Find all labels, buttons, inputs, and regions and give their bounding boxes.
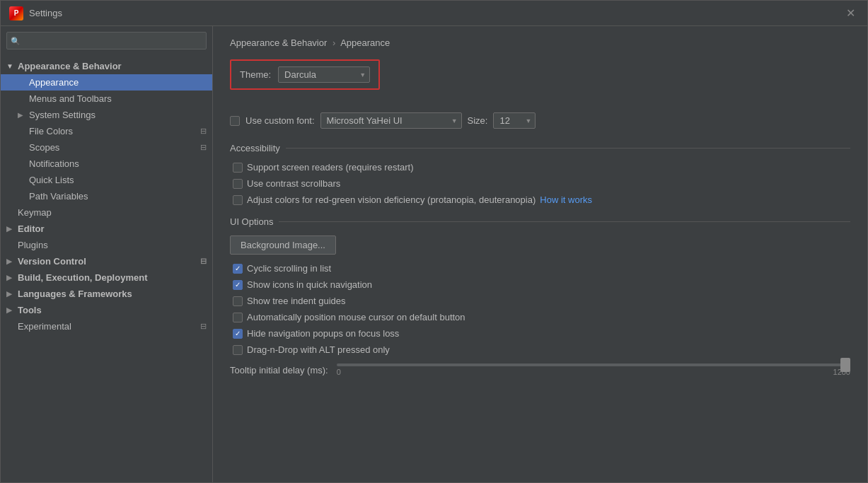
sidebar-item-label: Appearance & Behavior: [18, 61, 122, 71]
tooltip-delay-row: Tooltip initial delay (ms): 0 1200: [230, 363, 850, 376]
tree-indent-label: Show tree indent guides: [247, 296, 345, 306]
custom-font-checkbox[interactable]: [230, 116, 240, 126]
how-it-works-link[interactable]: How it works: [540, 194, 592, 205]
slider-max: 1200: [833, 368, 850, 376]
sidebar-item-label: Scopes: [29, 142, 59, 153]
sidebar-item-label: Appearance: [29, 77, 79, 88]
auto-mouse-checkbox[interactable]: [233, 313, 243, 322]
search-icon: 🔍: [11, 36, 21, 45]
window-title: Settings: [29, 8, 62, 18]
show-icons-row: Show icons in quick navigation: [230, 279, 850, 290]
search-input[interactable]: [6, 32, 207, 50]
font-select-wrap: Microsoft YaHei UI Arial Segoe UI: [320, 112, 462, 129]
contrast-scrollbars-row: Use contrast scrollbars: [230, 178, 850, 189]
sidebar-item-scopes[interactable]: Scopes ⊟: [1, 139, 212, 156]
nav-tree: ▼ Appearance & Behavior Appearance Menus…: [1, 55, 212, 482]
scopes-badge: ⊟: [200, 143, 207, 152]
sidebar-item-version-control[interactable]: ▶ Version Control ⊟: [1, 253, 212, 269]
sidebar-item-plugins[interactable]: Plugins: [1, 237, 212, 253]
sidebar-item-file-colors[interactable]: File Colors ⊟: [1, 123, 212, 139]
sidebar-item-label: Build, Execution, Deployment: [18, 272, 147, 283]
breadcrumb-parent: Appearance & Behavior: [230, 37, 327, 48]
content-area: 🔍 ▼ Appearance & Behavior Appearance Me: [1, 26, 867, 482]
slider-min: 0: [337, 368, 341, 376]
tree-indent-checkbox[interactable]: [233, 296, 243, 306]
drag-drop-row: Drag-n-Drop with ALT pressed only: [230, 344, 850, 355]
arrow-icon: ▶: [6, 290, 18, 298]
color-vision-checkbox[interactable]: [233, 195, 243, 205]
size-select[interactable]: 12 10 11 13 14: [493, 112, 536, 129]
sidebar-item-label: System Settings: [29, 110, 96, 120]
sidebar-item-label: Keymap: [18, 207, 52, 218]
screen-readers-row: Support screen readers (requires restart…: [230, 162, 850, 173]
search-box: 🔍: [6, 32, 207, 50]
file-colors-badge: ⊟: [200, 127, 207, 136]
sidebar-item-appearance[interactable]: Appearance: [1, 74, 212, 91]
size-label: Size:: [468, 115, 488, 126]
sidebar-item-system-settings[interactable]: ▶ System Settings: [1, 107, 212, 123]
experimental-badge: ⊟: [200, 322, 207, 331]
breadcrumb-current: Appearance: [340, 37, 390, 48]
close-button[interactable]: ✕: [842, 5, 859, 22]
accessibility-section-header: Accessibility: [230, 143, 850, 153]
slider-container: 0 1200: [337, 363, 850, 376]
arrow-icon: ▶: [6, 306, 18, 314]
section-divider-ui: [279, 221, 850, 222]
arrow-icon: ▶: [6, 274, 18, 281]
sidebar-item-label: Languages & Frameworks: [18, 289, 132, 299]
screen-readers-checkbox[interactable]: [233, 163, 243, 173]
arrow-icon: ▶: [6, 225, 18, 233]
sidebar-item-appearance-behavior[interactable]: ▼ Appearance & Behavior: [1, 58, 212, 74]
sidebar-item-editor[interactable]: ▶ Editor: [1, 221, 212, 237]
ui-options-label: UI Options: [230, 216, 273, 227]
sidebar-item-label: Notifications: [29, 158, 79, 169]
cyclic-scrolling-row: Cyclic scrolling in list: [230, 263, 850, 274]
cyclic-scrolling-checkbox[interactable]: [233, 264, 243, 274]
tree-indent-row: Show tree indent guides: [230, 296, 850, 306]
breadcrumb: Appearance & Behavior › Appearance: [230, 37, 850, 48]
font-row: Use custom font: Microsoft YaHei UI Aria…: [230, 112, 850, 129]
sidebar-item-menus-toolbars[interactable]: Menus and Toolbars: [1, 91, 212, 107]
sidebar-item-notifications[interactable]: Notifications: [1, 156, 212, 172]
ui-options-section-header: UI Options: [230, 216, 850, 227]
sidebar-item-label: Tools: [18, 305, 42, 315]
sidebar-item-build-execution[interactable]: ▶ Build, Execution, Deployment: [1, 269, 212, 286]
font-select[interactable]: Microsoft YaHei UI Arial Segoe UI: [320, 112, 462, 129]
sidebar-item-quick-lists[interactable]: Quick Lists: [1, 172, 212, 188]
custom-font-label: Use custom font:: [245, 115, 315, 126]
sidebar-item-path-variables[interactable]: Path Variables: [1, 188, 212, 204]
titlebar: P Settings ✕: [1, 1, 867, 26]
arrow-icon: ▼: [6, 62, 18, 70]
sidebar-item-label: File Colors: [29, 126, 73, 136]
contrast-scrollbars-checkbox[interactable]: [233, 179, 243, 189]
sidebar-item-tools[interactable]: ▶ Tools: [1, 302, 212, 318]
sidebar-item-experimental[interactable]: Experimental ⊟: [1, 318, 212, 334]
settings-window: P Settings ✕ 🔍 ▼ Appearance & Behavior A…: [0, 0, 868, 483]
auto-mouse-label: Automatically position mouse cursor on d…: [247, 312, 465, 322]
background-image-button[interactable]: Background Image...: [230, 235, 336, 255]
sidebar-item-label: Version Control: [18, 256, 86, 267]
tooltip-delay-slider[interactable]: [337, 363, 850, 366]
hide-nav-row: Hide navigation popups on focus loss: [230, 328, 850, 339]
theme-label: Theme:: [240, 69, 271, 80]
sidebar-item-label: Quick Lists: [29, 175, 74, 185]
sidebar-item-label: Editor: [18, 223, 45, 234]
sidebar-item-languages-frameworks[interactable]: ▶ Languages & Frameworks: [1, 286, 212, 302]
show-icons-checkbox[interactable]: [233, 280, 243, 290]
sidebar-item-label: Experimental: [18, 321, 71, 332]
vc-badge: ⊟: [200, 257, 207, 266]
contrast-scrollbars-label: Use contrast scrollbars: [247, 178, 340, 189]
sidebar-item-label: Menus and Toolbars: [29, 93, 112, 104]
theme-select[interactable]: Darcula IntelliJ Light High Contrast: [278, 66, 370, 83]
sidebar-item-keymap[interactable]: Keymap: [1, 204, 212, 221]
tooltip-delay-label: Tooltip initial delay (ms):: [230, 365, 328, 376]
sidebar: 🔍 ▼ Appearance & Behavior Appearance Me: [1, 26, 213, 482]
hide-nav-checkbox[interactable]: [233, 329, 243, 339]
drag-drop-checkbox[interactable]: [233, 345, 243, 355]
arrow-icon: ▶: [6, 257, 18, 265]
size-select-wrap: 12 10 11 13 14: [493, 112, 536, 129]
accessibility-label: Accessibility: [230, 143, 280, 153]
cyclic-scrolling-label: Cyclic scrolling in list: [247, 263, 331, 274]
sidebar-item-label: Plugins: [18, 240, 48, 250]
screen-readers-label: Support screen readers (requires restart…: [247, 162, 414, 173]
